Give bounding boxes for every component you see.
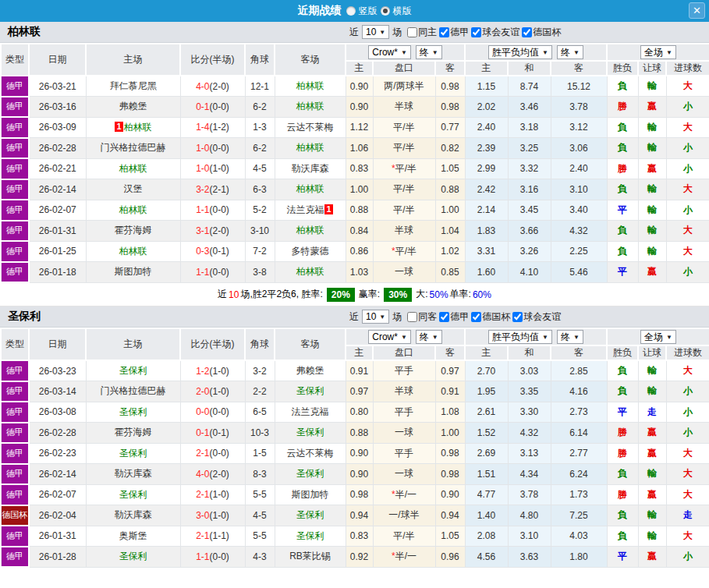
filter-checkbox-item[interactable]: 德国杯 [471,310,510,324]
horizontal-layout-radio[interactable] [381,6,390,16]
euro-draw-odds: 3.32 [508,158,551,179]
europe-avg-select[interactable]: 胜平负均值▼ [488,330,552,344]
handicap-result-cell: 輸 [638,117,666,138]
league-badge: 德甲 [1,381,29,402]
col-header-corner: 角球 [245,328,275,360]
filter-checkbox-item[interactable]: 球会友谊 [471,26,519,39]
filter-checkbox[interactable] [471,27,481,37]
asia-time-select[interactable]: 终▼ [416,330,442,344]
away-team: 弗赖堡 [275,360,346,381]
filter-checkbox[interactable] [522,27,532,37]
summary-count: 10 [229,289,239,300]
team-link: 圣保利 [296,427,324,437]
euro-draw-odds: 3.03 [508,360,551,381]
europe-time-select[interactable]: 终▼ [557,330,583,344]
filter-checkbox-item[interactable]: 德甲 [439,26,469,39]
scope-select[interactable]: 全场▼ [640,45,676,59]
corner-score: 3-2 [245,360,275,381]
match-count-select[interactable]: 10▼ [362,310,389,324]
asia-away-odds: 0.77 [435,117,465,138]
match-date: 26-01-28 [29,547,86,568]
euro-away-odds: 4.16 [551,381,607,402]
col-header-score: 比分(半场) [180,328,245,360]
filter-checkbox-label: 球会友谊 [523,310,561,324]
horizontal-layout-label[interactable]: 横版 [393,5,412,18]
match-table-body: 德甲26-03-21拜仁慕尼黑4-0(2-0)12-1柏林联0.90两/两球半0… [1,76,709,282]
euro-away-odds: 3.06 [551,138,607,159]
close-icon[interactable]: ✕ [689,2,705,19]
asia-home-odds: 0.83 [346,158,373,179]
league-badge: 德甲 [1,158,29,179]
asia-handicap: 平手 [373,360,435,381]
home-team: 柏林联 [86,200,180,221]
asia-away-odds: 0.91 [435,381,465,402]
asia-away-odds: 0.82 [435,138,465,159]
asia-away-odds: 0.98 [435,464,465,485]
filter-checkbox[interactable] [407,27,417,37]
bookmaker-select[interactable]: Crow*▼ [368,330,411,344]
asia-odds-group-header: Crow*▼ 终▼ [346,328,465,345]
euro-draw-odds: 8.74 [508,76,551,97]
corner-score: 4-5 [245,505,275,526]
vertical-layout-radio[interactable] [346,6,356,16]
scope-select[interactable]: 全场▼ [640,330,676,344]
subcol-handicap-result: 让球 [638,345,666,360]
asia-time-select[interactable]: 终▼ [416,45,442,59]
chevron-down-icon: ▼ [401,334,407,341]
filter-checkbox-item[interactable]: 德甲 [439,310,469,324]
match-score: 2-1(1-1) [180,526,245,547]
away-team: 法兰克福1 [275,200,346,221]
league-badge: 德甲 [1,360,29,381]
home-team: 奥斯堡 [86,526,180,547]
col-header-score: 比分(半场) [180,44,245,76]
summary-text: 赢率: [359,288,380,301]
summary-text: 近 [218,288,227,301]
bookmaker-select[interactable]: Crow*▼ [368,45,411,59]
filter-checkbox-item[interactable]: 德国杯 [522,26,561,39]
match-score: 2-1(1-0) [180,484,245,505]
euro-away-odds: 2.25 [551,241,607,262]
goals-result-cell: 大 [666,360,709,381]
euro-home-odds: 2.99 [465,158,508,179]
asia-handicap: 一球 [373,262,435,283]
recent-label: 近 [349,26,359,39]
filter-checkbox[interactable] [512,312,523,322]
europe-time-select[interactable]: 终▼ [557,45,583,59]
goals-result-cell: 小 [666,381,709,402]
euro-away-odds: 2.73 [551,402,607,423]
team-link: 云达不莱梅 [287,122,334,133]
filter-checkbox[interactable] [407,312,417,322]
result-cell: 勝 [607,158,638,179]
corner-score: 10-3 [245,423,275,444]
filter-checkbox[interactable] [471,312,481,322]
match-row: 德甲26-02-23圣保利2-1(0-0)1-5云达不莱梅0.90平手0.982… [1,443,709,464]
team-link: 法兰克福 [286,204,324,215]
filter-checkbox-label: 球会友谊 [482,26,519,39]
match-score: 0-0(0-0) [180,402,245,423]
league-badge: 德甲 [1,547,29,568]
subcol-result: 胜负 [607,61,638,76]
asia-home-odds: 0.88 [346,423,373,444]
vertical-layout-label[interactable]: 竖版 [359,5,378,18]
result-cell: 平 [607,262,638,283]
league-badge: 德甲 [1,200,29,221]
match-score: 1-0(0-0) [180,138,245,159]
subcol-euro-away: 客 [551,61,607,76]
match-row: 德甲26-02-14汉堡3-2(2-1)6-3柏林联1.00平/半0.882.4… [1,179,709,200]
match-date: 26-03-14 [29,381,86,402]
filter-checkbox-item[interactable]: 同主 [407,26,437,39]
team-link: 圣保利 [119,448,147,459]
asia-handicap: 两/两球半 [373,76,435,97]
filter-checkbox-item[interactable]: 球会友谊 [512,310,561,324]
asia-away-odds: 0.96 [435,547,465,568]
europe-avg-select[interactable]: 胜平负均值▼ [488,45,552,59]
asia-away-odds: 1.05 [435,158,465,179]
euro-home-odds: 2.02 [465,97,508,118]
corner-score: 5-2 [245,200,275,221]
match-count-select[interactable]: 10▼ [362,25,389,39]
result-cell: 勝 [607,484,638,505]
chevron-down-icon: ▼ [666,49,672,56]
filter-checkbox[interactable] [439,312,449,322]
filter-checkbox[interactable] [439,27,449,37]
filter-checkbox-item[interactable]: 同客 [407,310,437,324]
